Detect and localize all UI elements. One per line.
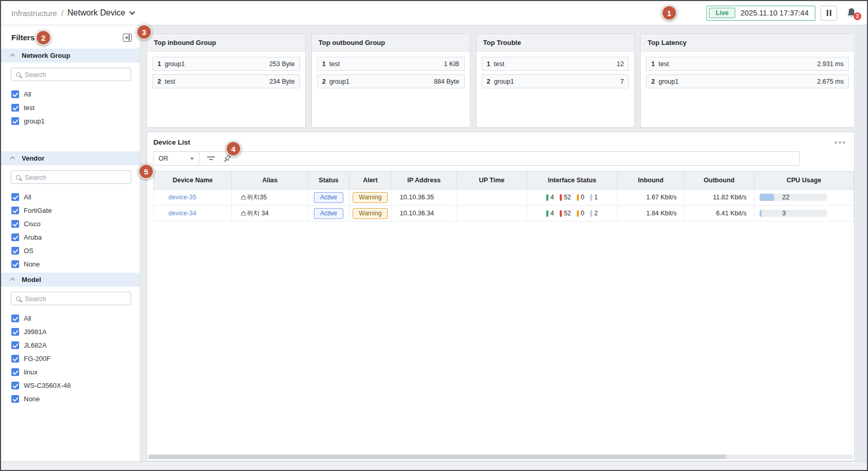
checkbox-checked-icon[interactable] (11, 328, 19, 336)
checkbox-checked-icon[interactable] (11, 247, 19, 255)
if-down-count: 52 (564, 210, 571, 217)
if-up-count: 4 (550, 210, 554, 217)
checkbox-checked-icon[interactable] (11, 104, 19, 112)
section-header-network-group[interactable]: Network Group (1, 49, 140, 62)
live-status-badge: Live (709, 8, 735, 18)
rank-row[interactable]: 1 test 1 KiB (317, 57, 465, 71)
filter-checkbox-item[interactable]: WS-C3560X-48 (1, 379, 140, 392)
filter-checkbox-item[interactable]: linux (1, 365, 140, 379)
horizontal-scrollbar-thumb[interactable] (148, 454, 726, 459)
filter-checkbox-item[interactable]: JL682A (1, 338, 140, 352)
live-time-box: Live 2025.11.10 17:37:44 (706, 6, 815, 21)
col-cpu-usage[interactable]: CPU Usage (754, 171, 854, 190)
filter-checkbox-item[interactable]: test (1, 101, 140, 114)
checkbox-checked-icon[interactable] (11, 193, 19, 201)
card-top-latency: Top Latency 1 test 2.931 ms 2 group1 2.6… (640, 34, 855, 128)
rank-number: 2 (157, 78, 161, 85)
section-header-model[interactable]: Model (1, 273, 140, 287)
checkbox-checked-icon[interactable] (11, 395, 19, 403)
network-group-search[interactable] (11, 68, 131, 81)
checkbox-checked-icon[interactable] (11, 207, 19, 214)
search-input[interactable] (25, 295, 126, 303)
notification-bell[interactable]: 3 (845, 7, 858, 19)
filter-checkbox-item[interactable]: None (1, 257, 140, 271)
checkbox-checked-icon[interactable] (11, 315, 19, 322)
filter-checkbox-item[interactable]: None (1, 392, 140, 405)
search-icon (16, 296, 21, 301)
search-input[interactable] (25, 174, 126, 181)
section-label: Vendor (22, 154, 44, 162)
rank-row[interactable]: 2 group1 884 Byte (317, 74, 465, 88)
col-device-name[interactable]: Device Name (154, 171, 232, 190)
outbound-cell: 11.82 Kbit/s (684, 190, 754, 206)
checkbox-checked-icon[interactable] (11, 233, 19, 241)
rank-row[interactable]: 1 group1 253 Byte (152, 57, 300, 71)
filter-checkbox-item[interactable]: All (1, 87, 140, 101)
table-header-row: Device Name Alias Status Alert IP Addres… (154, 171, 854, 190)
checkbox-checked-icon[interactable] (11, 220, 19, 228)
horizontal-scrollbar-track[interactable] (148, 454, 853, 459)
filter-checkbox-item[interactable]: Cisco (1, 217, 140, 230)
filter-checkbox-item[interactable]: All (1, 311, 140, 325)
filter-checkbox-item[interactable]: FortiGate (1, 203, 140, 217)
annotation-circle-5: 5 (138, 164, 154, 179)
rank-name: group1 (329, 78, 350, 85)
if-warn-count: 0 (581, 210, 585, 217)
rank-row[interactable]: 2 test 234 Byte (152, 74, 300, 88)
breadcrumb-section[interactable]: Infrastructure (11, 9, 57, 18)
device-name-link[interactable]: device-34 (154, 206, 232, 222)
checkbox-label: Cisco (24, 220, 41, 228)
checkbox-checked-icon[interactable] (11, 260, 19, 268)
breadcrumb-page-title[interactable]: Network Device (68, 8, 125, 18)
col-status[interactable]: Status (308, 171, 349, 190)
col-alert[interactable]: Alert (349, 171, 391, 190)
col-up-time[interactable]: UP Time (456, 171, 527, 190)
rank-row[interactable]: 1 test 2.931 ms (646, 57, 849, 71)
col-alias[interactable]: Alias (232, 171, 308, 190)
rank-row[interactable]: 1 test 12 (482, 57, 629, 71)
rank-row[interactable]: 2 group1 2.675 ms (646, 74, 849, 88)
cpu-value: 3 (782, 210, 786, 217)
device-name-link[interactable]: device-35 (154, 190, 232, 206)
filter-checkbox-item[interactable]: FG-200F (1, 352, 140, 365)
if-unknown-count: 2 (594, 210, 598, 217)
card-title: Top outbound Group (312, 34, 470, 52)
filter-checkbox-item[interactable]: All (1, 190, 140, 203)
col-outbound[interactable]: Outbound (684, 171, 754, 190)
collapse-sidebar-icon[interactable] (123, 34, 132, 42)
checkbox-checked-icon[interactable] (11, 90, 19, 98)
card-title: Top Trouble (477, 34, 635, 52)
chevron-down-icon[interactable] (129, 9, 135, 14)
panel-menu-icon[interactable]: ••• (834, 140, 847, 145)
vendor-search[interactable] (11, 170, 131, 184)
filter-icon[interactable] (207, 155, 215, 162)
checkbox-label: test (24, 104, 35, 112)
rank-row[interactable]: 2 group1 7 (482, 74, 629, 88)
operator-select[interactable]: OR (154, 152, 199, 165)
filter-checkbox-item[interactable]: Aruba (1, 230, 140, 244)
rank-number: 1 (487, 60, 491, 68)
checkbox-label: All (24, 193, 31, 201)
search-input[interactable] (25, 71, 126, 78)
model-search[interactable] (11, 292, 131, 305)
checkbox-checked-icon[interactable] (11, 382, 19, 389)
checkbox-checked-icon[interactable] (11, 368, 19, 376)
pause-button[interactable] (820, 6, 837, 21)
col-interface-status[interactable]: Interface Status (527, 171, 617, 190)
up-time-cell (456, 206, 527, 222)
checkbox-checked-icon[interactable] (11, 355, 19, 363)
breadcrumb-separator: / (61, 9, 63, 18)
filter-checkbox-item[interactable]: OS (1, 244, 140, 257)
checkbox-checked-icon[interactable] (11, 341, 19, 349)
checkbox-checked-icon[interactable] (11, 117, 19, 125)
filter-checkbox-item[interactable]: group1 (1, 114, 140, 128)
col-inbound[interactable]: Inbound (617, 171, 684, 190)
col-ip-address[interactable]: IP Address (391, 171, 456, 190)
filter-checkbox-item[interactable]: J9981A (1, 325, 140, 338)
rank-value: 1 KiB (444, 60, 460, 68)
checkbox-label: WS-C3560X-48 (24, 382, 71, 389)
section-header-vendor[interactable]: Vendor (1, 151, 140, 165)
interface-status-cell: 4 52 0 2 (527, 210, 617, 217)
vertical-scrollbar-track[interactable] (857, 25, 867, 461)
rank-number: 2 (651, 78, 655, 85)
